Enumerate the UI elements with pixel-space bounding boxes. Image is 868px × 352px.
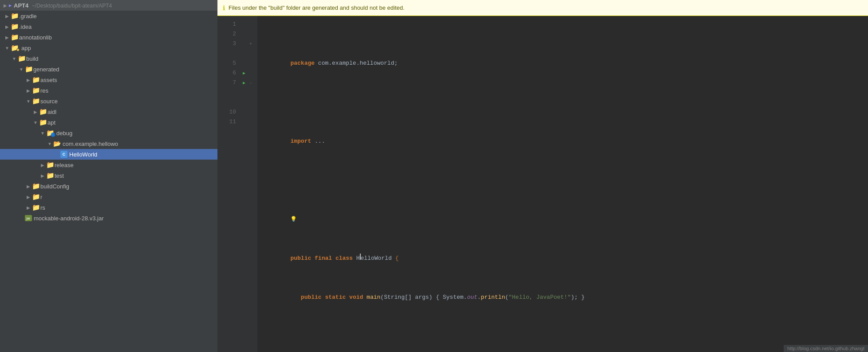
tree-item-gradle[interactable]: 📁 .gradle xyxy=(0,11,217,21)
release-arrow[interactable] xyxy=(39,163,46,168)
assets-arrow[interactable] xyxy=(25,78,32,82)
project-arrow[interactable] xyxy=(2,3,9,8)
code-line-1: package com.example.helloworld; xyxy=(263,49,863,59)
test-arrow[interactable] xyxy=(39,173,46,178)
com-example-label: com.example.hellowo xyxy=(63,141,118,147)
code-area[interactable]: 1 2 3 5 6 7 10 11 ▶ ▶ xyxy=(217,16,868,352)
tree-item-idea[interactable]: 📁 .idea xyxy=(0,21,217,32)
code-line-6: public final class HelloWorld { xyxy=(263,244,863,254)
tree-item-app[interactable]: 📁 app xyxy=(0,43,217,53)
folder-icon: 📁 xyxy=(18,55,26,63)
aidl-arrow[interactable] xyxy=(32,110,39,114)
mockable-jar-label: mockable-android-28.v3.jar xyxy=(34,215,104,222)
tree-item-helloworld[interactable]: C HelloWorld xyxy=(0,149,217,160)
run-button-line7[interactable]: ▶ xyxy=(240,78,249,88)
info-bar: ℹ Files under the "build" folder are gen… xyxy=(217,0,868,16)
apt-arrow[interactable] xyxy=(32,120,39,125)
rs-arrow[interactable] xyxy=(25,205,32,210)
status-bar-hint: http://blog.csdn.net/io.github.zhangt xyxy=(784,345,868,352)
jar-file-icon: jar xyxy=(25,215,32,221)
folder-icon: 📁 xyxy=(46,161,55,169)
code-editor[interactable]: package com.example.helloworld; import .… xyxy=(257,16,868,352)
res-label: res xyxy=(40,87,48,94)
info-icon: ℹ xyxy=(223,4,225,12)
gradle-arrow[interactable] xyxy=(4,14,11,19)
tree-item-res[interactable]: 📁 res xyxy=(0,85,217,96)
source-arrow[interactable] xyxy=(25,99,32,104)
folder-icon: 📁 xyxy=(39,118,47,126)
annotationlib-label: annotationlib xyxy=(19,34,52,41)
folder-icon: 📁 xyxy=(11,12,19,20)
tree-item-release[interactable]: 📁 release xyxy=(0,160,217,170)
tree-item-com-example[interactable]: 📂 com.example.hellowo xyxy=(0,138,217,149)
release-label: release xyxy=(55,162,74,168)
test-label: test xyxy=(55,172,64,179)
tree-item-test[interactable]: 📁 test xyxy=(0,170,217,181)
run-button-line6[interactable]: ▶ xyxy=(240,68,249,78)
info-message: Files under the "build" folder are gener… xyxy=(229,4,405,11)
code-gutter: ▶ ▶ xyxy=(240,16,249,352)
idea-label: .idea xyxy=(19,23,32,30)
debug-arrow[interactable] xyxy=(39,131,46,136)
folder-icon: 📁 xyxy=(39,108,47,116)
r-label: r xyxy=(40,194,42,200)
tree-item-assets[interactable]: 📁 assets xyxy=(0,74,217,85)
folder-icon: 📁 xyxy=(32,86,40,94)
tree-item-generated[interactable]: 📁 generated xyxy=(0,64,217,74)
annotationlib-arrow[interactable] xyxy=(4,35,11,40)
rs-label: rs xyxy=(40,204,45,211)
app-folder-icon: 📁 xyxy=(11,44,19,52)
aidl-label: aidl xyxy=(47,109,56,115)
folder-icon: 📁 xyxy=(11,23,19,31)
folder-icon: 📁 xyxy=(11,33,19,41)
folder-icon: 📁 xyxy=(32,97,40,105)
tree-item-build[interactable]: 📁 build xyxy=(0,53,217,64)
tree-item-source[interactable]: 📁 source xyxy=(0,96,217,106)
tree-item-debug[interactable]: 📁 🔵 debug xyxy=(0,128,217,138)
tree-item-apt[interactable]: 📁 apt xyxy=(0,117,217,128)
code-line-7: public static void main(String[] args) {… xyxy=(263,283,863,293)
buildconfig-arrow[interactable] xyxy=(25,184,32,189)
project-name: APT4 ~/Desktop/baidu/bpit-ateam/APT4 xyxy=(14,2,112,9)
tree-item-aidl[interactable]: 📁 aidl xyxy=(0,106,217,117)
tree-item-mockable-jar[interactable]: jar mockable-android-28.v3.jar xyxy=(0,213,217,223)
tree-item-buildconfig[interactable]: 📁 buildConfig xyxy=(0,181,217,192)
class-file-icon: C xyxy=(60,151,67,158)
code-line-4 xyxy=(263,166,863,176)
res-arrow[interactable] xyxy=(25,88,32,93)
app-label: app xyxy=(21,45,31,51)
fold-method[interactable]: - xyxy=(249,78,257,88)
folder-icon: 📁 xyxy=(32,203,40,211)
idea-arrow[interactable] xyxy=(4,24,11,29)
code-line-5: 💡 xyxy=(263,205,863,215)
generated-label: generated xyxy=(33,66,59,73)
project-root[interactable]: ▸ APT4 ~/Desktop/baidu/bpit-ateam/APT4 xyxy=(0,0,217,11)
folder-icon: 📁 xyxy=(32,193,40,201)
fold-import[interactable]: + xyxy=(249,39,257,49)
generated-arrow[interactable] xyxy=(18,67,25,72)
r-arrow[interactable] xyxy=(25,195,32,199)
build-arrow[interactable] xyxy=(11,56,18,61)
apt-label: apt xyxy=(47,119,55,126)
source-label: source xyxy=(40,98,58,105)
tree-item-r[interactable]: 📁 r xyxy=(0,192,217,202)
code-line-2 xyxy=(263,88,863,98)
fold-column: + - xyxy=(249,16,257,352)
debug-label: debug xyxy=(56,130,72,137)
app-arrow[interactable] xyxy=(4,46,11,51)
debug-folder-icon: 📁 🔵 xyxy=(46,129,55,137)
com-example-arrow[interactable] xyxy=(46,141,53,146)
assets-label: assets xyxy=(40,77,57,83)
file-tree[interactable]: ▸ APT4 ~/Desktop/baidu/bpit-ateam/APT4 📁… xyxy=(0,0,217,352)
tree-item-annotationlib[interactable]: 📁 annotationlib xyxy=(0,32,217,43)
tree-item-rs[interactable]: 📁 rs xyxy=(0,202,217,213)
code-line-8 xyxy=(263,322,863,332)
project-icon: ▸ xyxy=(9,3,12,8)
folder-icon: 📁 xyxy=(32,182,40,190)
editor-panel: ℹ Files under the "build" folder are gen… xyxy=(217,0,868,352)
code-line-3: import ... xyxy=(263,127,863,137)
folder-icon: 📁 xyxy=(25,65,33,73)
lightbulb-icon[interactable]: 💡 xyxy=(290,216,297,223)
folder-icon: 📁 xyxy=(32,76,40,84)
folder-icon: 📁 xyxy=(46,172,55,180)
